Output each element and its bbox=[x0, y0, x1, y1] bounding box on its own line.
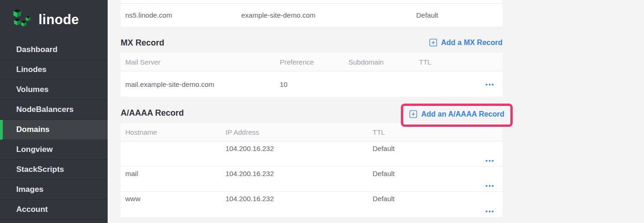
table-row: ns5.linode.com example-site-demo.com Def… bbox=[121, 4, 502, 26]
hostname-cell: www bbox=[125, 195, 225, 203]
mail-server-cell: mail.example-site-demo.com bbox=[125, 80, 280, 88]
table-row: mail.example-site-demo.com 10 ••• bbox=[121, 72, 502, 97]
add-a-aaaa-record-label: Add an A/AAAA Record bbox=[421, 110, 504, 118]
linode-cubes-icon bbox=[12, 7, 33, 33]
column-header-ttl: TTL bbox=[373, 128, 502, 136]
preference-cell: 10 bbox=[280, 80, 348, 88]
column-header-subdomain: Subdomain bbox=[348, 58, 419, 66]
ns-record-table: ns5.linode.com example-site-demo.com Def… bbox=[121, 0, 502, 26]
hostname-cell: mail bbox=[125, 170, 225, 177]
mx-section-header: MX Record Add a MX Record bbox=[121, 26, 502, 53]
highlight-annotation: Add an A/AAAA Record bbox=[401, 104, 513, 127]
linode-logo[interactable]: linode bbox=[0, 0, 108, 33]
a-section-header: A/AAAA Record Add an A/AAAA Record bbox=[121, 97, 502, 123]
add-a-aaaa-record-button[interactable]: Add an A/AAAA Record bbox=[409, 110, 504, 118]
ip-address-cell: 104.200.16.232 bbox=[225, 144, 373, 152]
table-row: 104.200.16.232 Default ••• bbox=[121, 142, 502, 167]
sidebar-item-volumes[interactable]: Volumes bbox=[0, 80, 108, 100]
ip-address-cell: 104.200.16.232 bbox=[225, 170, 373, 177]
sidebar: linode Dashboard Linodes Volumes NodeBal… bbox=[0, 0, 108, 223]
column-header-preference: Preference bbox=[280, 58, 348, 66]
subdomain-cell: example-site-demo.com bbox=[241, 11, 416, 19]
add-mx-record-label: Add a MX Record bbox=[441, 39, 502, 47]
app-window: linode Dashboard Linodes Volumes NodeBal… bbox=[0, 0, 644, 223]
row-actions-menu-button[interactable]: ••• bbox=[485, 157, 495, 164]
column-header-hostname: Hostname bbox=[125, 128, 225, 136]
ttl-cell: Default bbox=[373, 170, 502, 177]
main-content: ns5.linode.com example-site-demo.com Def… bbox=[108, 0, 644, 223]
add-mx-record-button[interactable]: Add a MX Record bbox=[429, 39, 502, 47]
ttl-cell: Default bbox=[416, 11, 502, 19]
a-section-title: A/AAAA Record bbox=[121, 108, 184, 118]
sidebar-item-longview[interactable]: Longview bbox=[0, 140, 108, 160]
plus-square-icon bbox=[409, 110, 418, 118]
sidebar-item-linodes[interactable]: Linodes bbox=[0, 60, 108, 80]
sidebar-nav: Dashboard Linodes Volumes NodeBalancers … bbox=[0, 40, 108, 220]
sidebar-item-stackscripts[interactable]: StackScripts bbox=[0, 160, 108, 180]
mx-section-title: MX Record bbox=[121, 38, 164, 48]
sidebar-item-images[interactable]: Images bbox=[0, 180, 108, 200]
row-actions-menu-button[interactable]: ••• bbox=[485, 81, 495, 87]
row-actions-menu-button[interactable]: ••• bbox=[485, 208, 495, 214]
ttl-cell: Default bbox=[373, 144, 502, 152]
a-aaaa-record-table: Hostname IP Address TTL 104.200.16.232 D… bbox=[121, 123, 502, 217]
brand-name: linode bbox=[39, 12, 79, 27]
sidebar-item-dashboard[interactable]: Dashboard bbox=[0, 40, 108, 60]
row-actions-menu-button[interactable]: ••• bbox=[485, 183, 495, 189]
ip-address-cell: 104.200.16.232 bbox=[225, 195, 373, 203]
column-header-ip-address: IP Address bbox=[225, 128, 373, 136]
sidebar-item-domains[interactable]: Domains bbox=[0, 120, 108, 140]
plus-square-icon bbox=[429, 39, 438, 47]
table-row: www 104.200.16.232 Default ••• bbox=[121, 192, 502, 217]
column-header-ttl: TTL bbox=[419, 58, 502, 66]
name-server-cell: ns5.linode.com bbox=[125, 11, 241, 19]
sidebar-item-account[interactable]: Account bbox=[0, 200, 108, 220]
column-header-mail-server: Mail Server bbox=[125, 58, 280, 66]
mx-table-header: Mail Server Preference Subdomain TTL bbox=[121, 53, 502, 72]
ttl-cell: Default bbox=[373, 195, 502, 203]
mx-record-table: Mail Server Preference Subdomain TTL mai… bbox=[121, 53, 502, 97]
sidebar-item-nodebalancers[interactable]: NodeBalancers bbox=[0, 100, 108, 120]
table-row: mail 104.200.16.232 Default ••• bbox=[121, 167, 502, 192]
table-row-divider bbox=[121, 0, 502, 4]
